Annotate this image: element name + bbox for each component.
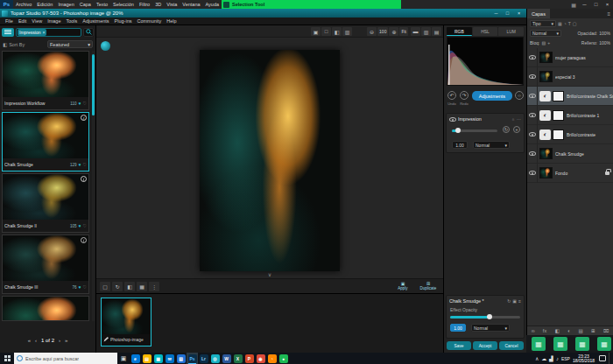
layer-row-selected[interactable]: ◐ Brillo/contraste Chalk Smudge II bbox=[527, 87, 613, 106]
task-view-icon[interactable]: ▣ bbox=[117, 353, 130, 364]
start-button[interactable] bbox=[0, 353, 14, 364]
desktop-shortcut-icon[interactable]: ▦ bbox=[597, 337, 611, 351]
topaz-menu-file[interactable]: File bbox=[3, 18, 16, 24]
dual-view-icon[interactable]: ▥ bbox=[421, 27, 431, 36]
layer-visibility-toggle[interactable] bbox=[527, 87, 538, 106]
menu-vista[interactable]: Vista bbox=[164, 0, 180, 9]
onedrive-cloud-icon[interactable]: ☁ bbox=[541, 355, 546, 361]
delete-layer-icon[interactable]: ⌧ bbox=[603, 328, 609, 333]
topaz-menu-help[interactable]: Help bbox=[164, 18, 179, 24]
first-page-icon[interactable]: « bbox=[28, 338, 31, 343]
layer-thumbnail[interactable] bbox=[539, 148, 553, 159]
close-button[interactable]: × bbox=[602, 0, 613, 9]
tab-rgb[interactable]: RGB bbox=[447, 27, 472, 36]
layer-row[interactable]: ◐ Brillo/contraste bbox=[527, 125, 613, 144]
presets-scrollbar[interactable] bbox=[92, 51, 95, 321]
layer-thumbnail[interactable] bbox=[539, 71, 553, 82]
preset-item[interactable] bbox=[2, 296, 89, 321]
preset-item-selected[interactable]: i Chalk Smudge 129 ♥ ♡ bbox=[2, 112, 89, 172]
effect-opacity-value[interactable]: 1.00 bbox=[450, 324, 466, 332]
layer-blend-dropdown[interactable]: Normal ▾ bbox=[530, 30, 561, 37]
collapse-chevron-icon[interactable]: ∨ bbox=[96, 272, 443, 277]
like-icon[interactable]: ♥ bbox=[79, 101, 81, 106]
opacity-value[interactable]: 100% bbox=[599, 31, 610, 36]
taskbar-chrome-icon[interactable]: ◉ bbox=[255, 353, 266, 364]
layer-mask-thumbnail[interactable] bbox=[553, 110, 564, 121]
taskbar-mail-icon[interactable]: ✉ bbox=[164, 353, 175, 364]
undo-button[interactable]: ↶ bbox=[447, 91, 456, 100]
like-icon[interactable]: ♥ bbox=[79, 162, 81, 167]
tab-hsl[interactable]: HSL bbox=[473, 27, 498, 36]
prev-page-icon[interactable]: ‹ bbox=[35, 338, 37, 343]
layer-visibility-toggle[interactable] bbox=[527, 125, 538, 144]
zoom-out-icon[interactable]: ⊖ bbox=[367, 27, 377, 36]
menu-archivo[interactable]: Archivo bbox=[13, 0, 34, 9]
add-icon[interactable]: + bbox=[513, 126, 520, 133]
new-layer-icon[interactable]: ⊞ bbox=[591, 328, 595, 333]
tray-chevron-up-icon[interactable]: ∧ bbox=[535, 355, 539, 361]
fit-button[interactable]: Fit bbox=[399, 27, 408, 36]
topaz-close-button[interactable]: × bbox=[513, 9, 525, 18]
topaz-menu-image[interactable]: Image bbox=[45, 18, 63, 24]
filmstrip-thumbnail[interactable]: Photoshop-image bbox=[101, 298, 151, 346]
menu-ayuda[interactable]: Ayuda bbox=[203, 0, 222, 9]
lock-position-icon[interactable]: + bbox=[547, 40, 550, 46]
original-icon[interactable]: □ bbox=[321, 27, 331, 36]
favorite-icon[interactable]: ♡ bbox=[83, 162, 87, 167]
split-view-icon[interactable]: ◧ bbox=[332, 27, 342, 36]
topaz-menu-plugins[interactable]: Plug-ins bbox=[112, 18, 135, 24]
pencil-icon[interactable] bbox=[103, 337, 109, 342]
favorite-icon[interactable]: ♡ bbox=[83, 284, 87, 290]
layer-visibility-toggle[interactable] bbox=[527, 106, 538, 125]
language-indicator[interactable]: ESP bbox=[561, 356, 570, 361]
slider-handle[interactable] bbox=[487, 314, 492, 319]
layer-thumbnail[interactable] bbox=[539, 167, 553, 178]
menu-ventana[interactable]: Ventana bbox=[180, 0, 202, 9]
menu-filtro[interactable]: Filtro bbox=[137, 0, 152, 9]
info-icon[interactable]: i bbox=[81, 237, 87, 243]
lock-pixels-icon[interactable]: ▨ bbox=[541, 40, 546, 46]
taskbar-excel-icon[interactable]: X bbox=[232, 353, 243, 364]
layer-visibility-toggle[interactable] bbox=[527, 48, 538, 67]
side-by-side-icon[interactable]: ▥ bbox=[342, 27, 352, 36]
add-mask-icon[interactable]: ◧ bbox=[554, 328, 559, 333]
duplicate-button[interactable]: ⊞ Duplicate bbox=[417, 281, 440, 292]
grid-icon[interactable]: ▦ bbox=[137, 282, 147, 291]
taskbar-edge-icon[interactable]: e bbox=[130, 353, 141, 364]
taskbar-word-icon[interactable]: W bbox=[221, 353, 232, 364]
preview-icon[interactable]: ▣ bbox=[311, 27, 321, 36]
opacity-slider[interactable] bbox=[452, 130, 497, 132]
preset-item[interactable]: Impression Workflow 110 ♥ ♡ bbox=[2, 51, 89, 110]
search-input[interactable]: Impression × bbox=[16, 28, 81, 37]
effect-opacity-slider[interactable] bbox=[450, 316, 520, 318]
copy-icon[interactable]: ▣ bbox=[512, 298, 517, 304]
crop-icon[interactable]: ▢ bbox=[100, 282, 110, 291]
topaz-menu-tools[interactable]: Tools bbox=[63, 18, 80, 24]
apply-button[interactable]: ▣ Apply bbox=[391, 281, 414, 292]
taskbar-clock[interactable]: 23:23 18/05/2018 bbox=[573, 354, 595, 363]
filter-image-icon[interactable]: ▦ bbox=[558, 21, 562, 26]
canvas-image[interactable] bbox=[200, 50, 340, 271]
info-icon[interactable]: i bbox=[81, 115, 87, 121]
reset-icon[interactable]: ↻ bbox=[503, 126, 510, 133]
action-center-icon[interactable] bbox=[599, 355, 606, 361]
zoom-level[interactable]: 100 bbox=[377, 27, 388, 36]
layer-visibility-toggle[interactable] bbox=[527, 67, 538, 87]
preset-thumbnail[interactable]: i bbox=[3, 235, 88, 281]
rotate-icon[interactable]: ↻ bbox=[112, 282, 123, 291]
minimize-button[interactable]: ─ bbox=[579, 0, 590, 9]
slider-handle[interactable] bbox=[455, 128, 461, 133]
filter-type-dropdown[interactable]: Tipo ▾ bbox=[530, 20, 556, 27]
panel-menu-icon[interactable]: ≡ bbox=[604, 11, 613, 17]
layer-visibility-toggle[interactable] bbox=[527, 144, 538, 164]
layer-thumbnail[interactable] bbox=[539, 52, 553, 63]
preset-thumbnail[interactable]: i bbox=[3, 113, 88, 158]
preset-item[interactable]: i Chalk Smudge II 105 ♥ ♡ bbox=[2, 173, 89, 233]
menu-seleccion[interactable]: Selección bbox=[110, 0, 137, 9]
menu-texto[interactable]: Texto bbox=[94, 0, 110, 9]
remove-tag-icon[interactable]: × bbox=[42, 30, 45, 35]
taskbar-search-input[interactable]: Escribe aquí para buscar bbox=[14, 353, 117, 364]
preset-item[interactable]: i Chalk Smudge III 76 ♥ ♡ bbox=[2, 234, 89, 294]
adjustment-layer-icon[interactable]: ◐ bbox=[539, 91, 551, 102]
tab-lum[interactable]: LUM bbox=[498, 27, 524, 36]
